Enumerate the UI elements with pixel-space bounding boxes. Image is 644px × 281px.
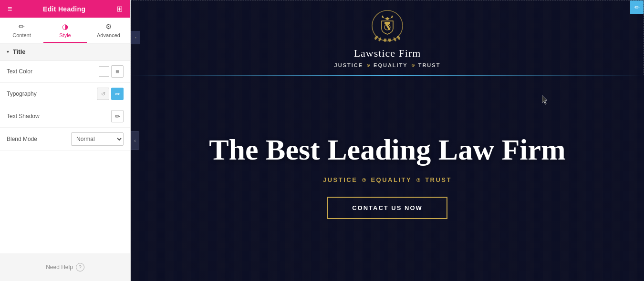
style-tab-icon: ◑ (62, 22, 68, 31)
hero-heading: The Best Leading Law Firm (209, 133, 565, 166)
text-shadow-row: Text Shadow ✏ (0, 105, 130, 128)
top-justice-bar: JUSTICE EQUALITY TRUST (334, 62, 441, 68)
style-tab-label: Style (59, 32, 71, 38)
equality-text-1: EQUALITY (374, 62, 408, 68)
trust-text-1: TRUST (418, 62, 441, 68)
collapse-sidebar-btn[interactable]: ‹ (131, 131, 139, 150)
tab-style[interactable]: ◑ Style (43, 18, 87, 43)
help-section: Need Help ? (0, 253, 130, 281)
edit-corner-icon: ✏ (634, 4, 640, 11)
drag-icon: ▪ (135, 35, 136, 40)
section-drag-handle[interactable]: ▪ (131, 31, 140, 44)
hero-dot-1 (362, 178, 366, 182)
question-mark: ? (79, 264, 82, 270)
right-content: ‹ ▪ (131, 0, 644, 281)
top-header-section: ▪ (131, 0, 644, 75)
contact-cta-btn[interactable]: CONTACT US NOW (327, 197, 447, 219)
hero-equality-text: EQUALITY (371, 176, 412, 183)
section-collapse-arrow: ▾ (7, 49, 9, 54)
text-shadow-label: Text Shadow (7, 113, 40, 120)
content-tab-icon: ✏ (19, 22, 25, 31)
section-label: Title (13, 48, 26, 55)
blend-mode-actions: Normal Multiply Screen Overlay Darken Li… (71, 132, 124, 146)
law-logo (371, 9, 404, 42)
firm-name: Lawstice Firm (354, 47, 421, 60)
hero-section: The Best Leading Law Firm JUSTICE EQUALI… (131, 76, 644, 281)
dot-1 (367, 64, 370, 67)
tab-content[interactable]: ✏ Content (0, 18, 43, 43)
svg-rect-2 (384, 22, 390, 24)
dot-2 (412, 64, 415, 67)
hamburger-icon[interactable]: ≡ (8, 5, 12, 13)
text-color-list-btn[interactable]: ≡ (111, 65, 124, 78)
justice-text-1: JUSTICE (334, 62, 363, 68)
text-color-row: Text Color ≡ (0, 60, 130, 83)
typography-actions: ↺ ✏ (97, 88, 124, 100)
help-icon[interactable]: ? (76, 263, 84, 271)
blend-mode-row: Blend Mode Normal Multiply Screen Overla… (0, 128, 130, 151)
grid-icon[interactable]: ⊞ (116, 4, 123, 13)
text-color-label: Text Color (7, 68, 32, 75)
typography-edit-btn[interactable]: ✏ (111, 88, 124, 100)
typography-label: Typography (7, 90, 37, 97)
text-shadow-actions: ✏ (111, 110, 124, 122)
help-label: Need Help (46, 264, 73, 271)
section-title-bar[interactable]: ▾ Title (0, 43, 130, 60)
content-tab-label: Content (12, 32, 31, 38)
hero-justice-text: JUSTICE (323, 176, 357, 183)
left-panel: ≡ Edit Heading ⊞ ✏ Content ◑ Style ⚙ Adv… (0, 0, 131, 281)
panel-title: Edit Heading (43, 5, 85, 13)
hero-trust-text: TRUST (425, 176, 452, 183)
tab-advanced[interactable]: ⚙ Advanced (87, 18, 130, 43)
controls-area: Text Color ≡ Typography ↺ ✏ Text Shadow … (0, 60, 130, 253)
hero-dot-2 (416, 178, 420, 182)
blend-mode-select[interactable]: Normal Multiply Screen Overlay Darken Li… (71, 132, 124, 146)
tabs-bar: ✏ Content ◑ Style ⚙ Advanced (0, 18, 130, 43)
hero-justice-bar: JUSTICE EQUALITY TRUST (323, 176, 452, 183)
text-shadow-edit-btn[interactable]: ✏ (111, 110, 124, 122)
edit-corner-btn[interactable]: ✏ (630, 0, 644, 14)
advanced-tab-label: Advanced (97, 32, 120, 38)
typography-reset-btn[interactable]: ↺ (97, 88, 109, 100)
blend-mode-label: Blend Mode (7, 136, 37, 142)
text-color-actions: ≡ (99, 65, 124, 78)
text-color-swatch[interactable] (99, 66, 109, 77)
panel-header: ≡ Edit Heading ⊞ (0, 0, 130, 18)
advanced-tab-icon: ⚙ (105, 22, 112, 31)
typography-row: Typography ↺ ✏ (0, 83, 130, 105)
content-wrapper: ▪ (131, 0, 644, 281)
